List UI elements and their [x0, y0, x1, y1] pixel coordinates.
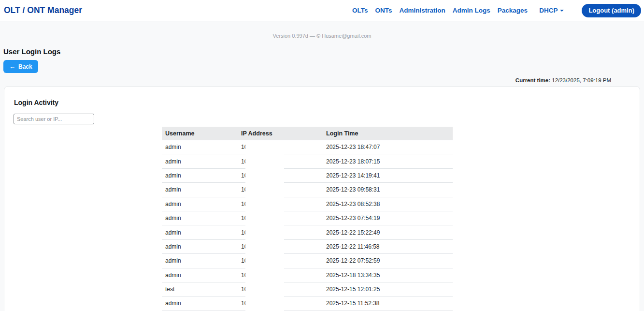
table-row: admin102025-12-23 18:47:07 — [162, 140, 453, 154]
cell-login-time: 2025-12-23 18:47:07 — [323, 140, 453, 154]
panel-title: Login Activity — [14, 99, 640, 106]
nav-link-onts[interactable]: ONTs — [375, 7, 392, 14]
search-input[interactable] — [14, 114, 94, 124]
nav-dropdown-dhcp[interactable]: DHCP — [539, 7, 564, 14]
logout-button[interactable]: Logout (admin) — [582, 4, 641, 17]
login-activity-card: Login Activity Username IP Address Login… — [4, 86, 640, 311]
column-header-login-time: Login Time — [323, 127, 453, 140]
current-time-value: 12/23/2025, 7:09:19 PM — [552, 77, 611, 83]
column-header-ip: IP Address — [238, 127, 323, 140]
cell-username: test — [162, 282, 238, 296]
table-row: admin102025-12-23 14:19:41 — [162, 168, 453, 182]
app-brand[interactable]: OLT / ONT Manager — [4, 5, 82, 15]
cell-login-time: 2025-12-22 11:46:58 — [323, 239, 453, 253]
nav-link-olts[interactable]: OLTs — [352, 7, 368, 14]
page-header: User Login Logs ← Back — [0, 47, 644, 73]
table-row: admin102025-12-22 07:52:59 — [162, 254, 453, 268]
cell-username: admin — [162, 197, 238, 211]
current-time-label: Current time: — [515, 77, 550, 83]
table-row: admin102025-12-23 09:58:31 — [162, 183, 453, 197]
cell-username: admin — [162, 268, 238, 282]
current-time: Current time: 12/23/2025, 7:09:19 PM — [515, 77, 611, 83]
login-logs-table-wrap: Username IP Address Login Time admin1020… — [162, 127, 453, 311]
nav-link-administration[interactable]: Administration — [400, 7, 445, 14]
table-row: admin102025-12-23 18:07:15 — [162, 154, 453, 168]
nav-link-admin-logs[interactable]: Admin Logs — [453, 7, 490, 14]
cell-username: admin — [162, 154, 238, 168]
navbar-links: OLTs ONTs Administration Admin Logs Pack… — [352, 4, 641, 17]
cell-login-time: 2025-12-23 08:52:38 — [323, 197, 453, 211]
page-title: User Login Logs — [3, 47, 644, 56]
cell-login-time: 2025-12-22 07:52:59 — [323, 254, 453, 268]
version-line: Version 0.997d — © Husame@gmail.com — [0, 33, 644, 39]
cell-login-time: 2025-12-23 14:19:41 — [323, 168, 453, 182]
ip-redaction-overlay — [245, 140, 284, 311]
cell-login-time: 2025-12-18 13:34:35 — [323, 268, 453, 282]
table-row: admin102025-12-18 13:34:35 — [162, 268, 453, 282]
nav-link-packages[interactable]: Packages — [498, 7, 528, 14]
cell-login-time: 2025-12-23 18:07:15 — [323, 154, 453, 168]
cell-username: admin — [162, 254, 238, 268]
back-button-label: Back — [18, 63, 32, 70]
table-header-row: Username IP Address Login Time — [162, 127, 453, 140]
column-header-username: Username — [162, 127, 238, 140]
cell-login-time: 2025-12-15 11:52:38 — [323, 296, 453, 311]
table-row: admin102025-12-15 11:52:38 — [162, 296, 453, 311]
login-logs-table: Username IP Address Login Time admin1020… — [162, 127, 453, 311]
cell-username: admin — [162, 183, 238, 197]
dhcp-dropdown-label: DHCP — [539, 7, 558, 14]
cell-login-time: 2025-12-15 12:01:25 — [323, 282, 453, 296]
table-row: admin102025-12-22 15:22:49 — [162, 225, 453, 239]
cell-username: admin — [162, 296, 238, 311]
chevron-down-icon — [560, 10, 564, 12]
back-button[interactable]: ← Back — [3, 60, 38, 73]
cell-username: admin — [162, 168, 238, 182]
table-row: admin102025-12-23 07:54:19 — [162, 211, 453, 225]
top-navbar: OLT / ONT Manager OLTs ONTs Administrati… — [0, 0, 644, 21]
cell-username: admin — [162, 211, 238, 225]
cell-login-time: 2025-12-23 09:58:31 — [323, 183, 453, 197]
cell-login-time: 2025-12-22 15:22:49 — [323, 225, 453, 239]
cell-username: admin — [162, 225, 238, 239]
table-row: test102025-12-15 12:01:25 — [162, 282, 453, 296]
back-arrow-icon: ← — [9, 63, 15, 70]
cell-login-time: 2025-12-23 07:54:19 — [323, 211, 453, 225]
table-row: admin102025-12-23 08:52:38 — [162, 197, 453, 211]
cell-username: admin — [162, 140, 238, 154]
table-row: admin102025-12-22 11:46:58 — [162, 239, 453, 253]
cell-username: admin — [162, 239, 238, 253]
